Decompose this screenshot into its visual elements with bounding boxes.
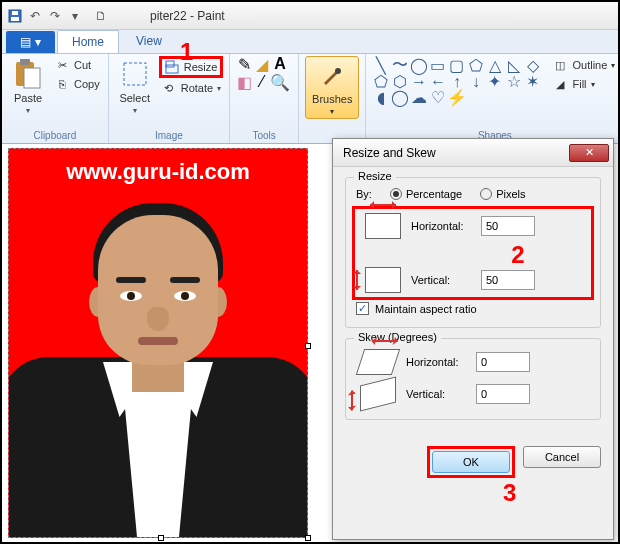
undo-icon[interactable]: ↶ — [26, 7, 44, 25]
shape-star6-icon[interactable]: ✶ — [524, 74, 541, 89]
canvas[interactable]: www.guru-id.com — [8, 148, 308, 538]
resize-legend: Resize — [354, 170, 396, 182]
shape-curve-icon[interactable]: 〜 — [391, 58, 408, 73]
shape-line-icon[interactable]: ╲ — [372, 58, 389, 73]
zoom-icon[interactable]: 🔍 — [272, 74, 288, 90]
copy-label: Copy — [74, 78, 100, 90]
svg-point-9 — [335, 68, 341, 74]
fill-icon[interactable]: ◢ — [254, 56, 270, 72]
shape-lightning-icon[interactable]: ⚡ — [448, 90, 465, 105]
skew-fieldset: Skew (Degrees) Horizontal: Vertical: — [345, 338, 601, 420]
outline-icon: ◫ — [552, 57, 568, 73]
outline-label: Outline — [572, 59, 607, 71]
radio-icon — [480, 188, 492, 200]
ok-button[interactable]: OK — [432, 451, 510, 473]
tab-home[interactable]: Home — [57, 30, 119, 53]
qat-dropdown-icon[interactable]: ▾ — [66, 7, 84, 25]
shape-callout-oval-icon[interactable]: ◯ — [391, 90, 408, 105]
shape-arrowl-icon[interactable]: ← — [429, 74, 446, 89]
chevron-down-icon: ▾ — [330, 107, 334, 116]
resize-skew-dialog: Resize and Skew ✕ Resize By: Percentage … — [332, 138, 614, 540]
selection-handle-right[interactable] — [305, 343, 311, 349]
selection-handle-corner[interactable] — [305, 535, 311, 541]
resize-horizontal-input[interactable] — [481, 216, 535, 236]
by-label: By: — [356, 188, 372, 200]
save-icon[interactable] — [6, 7, 24, 25]
skew-horizontal-input[interactable] — [476, 352, 530, 372]
pencil-icon[interactable]: ✎ — [236, 56, 252, 72]
redo-icon[interactable]: ↷ — [46, 7, 64, 25]
shape-hexagon-icon[interactable]: ⬡ — [391, 74, 408, 89]
shape-star4-icon[interactable]: ✦ — [486, 74, 503, 89]
brush-icon — [316, 59, 348, 91]
annotation-2-box: Horizontal: 2 Vertical: — [352, 206, 594, 300]
shape-rtriangle-icon[interactable]: ◺ — [505, 58, 522, 73]
shape-triangle-icon[interactable]: △ — [486, 58, 503, 73]
svg-rect-4 — [20, 59, 30, 65]
ribbon: Paste ▾ ✂Cut ⎘Copy Clipboard Select ▾ Re… — [2, 54, 618, 144]
resize-v-label: Vertical: — [411, 274, 471, 286]
shape-arrowr-icon[interactable]: → — [410, 74, 427, 89]
shape-pentagon-icon[interactable]: ⬠ — [372, 74, 389, 89]
close-icon: ✕ — [585, 146, 594, 159]
copy-button[interactable]: ⎘Copy — [52, 75, 102, 93]
dialog-title: Resize and Skew — [343, 146, 436, 160]
skew-vertical-input[interactable] — [476, 384, 530, 404]
paste-label: Paste — [14, 92, 42, 104]
text-icon[interactable]: A — [272, 56, 288, 72]
shape-callout-cloud-icon[interactable]: ☁ — [410, 90, 427, 105]
paste-button[interactable]: Paste ▾ — [8, 56, 48, 117]
annotation-3-box: OK — [427, 446, 515, 478]
shape-arrowd-icon[interactable]: ↓ — [467, 74, 484, 89]
outline-button[interactable]: ◫Outline▾ — [550, 56, 617, 74]
window-title: piter22 - Paint — [150, 9, 225, 23]
shape-polygon-icon[interactable]: ⬠ — [467, 58, 484, 73]
copy-icon: ⎘ — [54, 76, 70, 92]
chevron-down-icon: ▾ — [133, 106, 137, 115]
shapes-gallery[interactable]: ╲ 〜 ◯ ▭ ▢ ⬠ △ ◺ ◇ ⬠ ⬡ → ← ↑ ↓ ✦ ☆ ✶ ◖ ◯ — [372, 56, 542, 105]
svg-rect-6 — [124, 63, 146, 85]
ribbon-tabs: ▤▾ Home View — [2, 30, 618, 54]
brushes-button[interactable]: Brushes ▾ — [305, 56, 359, 119]
radio-pixels[interactable]: Pixels — [480, 188, 525, 200]
cancel-button[interactable]: Cancel — [523, 446, 601, 468]
shape-rect-icon[interactable]: ▭ — [429, 58, 446, 73]
svg-rect-8 — [166, 61, 174, 67]
fill-button[interactable]: ◢Fill▾ — [550, 75, 617, 93]
horizontal-dim-icon — [365, 213, 401, 239]
shape-arrowu-icon[interactable]: ↑ — [448, 74, 465, 89]
shape-callout-round-icon[interactable]: ◖ — [372, 90, 389, 105]
annotation-3: 3 — [503, 479, 516, 507]
skew-h-label: Horizontal: — [406, 356, 466, 368]
shape-star5-icon[interactable]: ☆ — [505, 74, 522, 89]
percentage-label: Percentage — [406, 188, 462, 200]
shape-diamond-icon[interactable]: ◇ — [524, 58, 541, 73]
shape-heart-icon[interactable]: ♡ — [429, 90, 446, 105]
cut-button[interactable]: ✂Cut — [52, 56, 102, 74]
portrait-image — [9, 197, 307, 537]
shape-oval-icon[interactable]: ◯ — [410, 58, 427, 73]
svg-rect-5 — [24, 68, 40, 88]
cut-icon: ✂ — [54, 57, 70, 73]
maintain-aspect-checkbox[interactable]: ✓ Maintain aspect ratio — [356, 302, 590, 315]
resize-vertical-input[interactable] — [481, 270, 535, 290]
tab-file[interactable]: ▤▾ — [6, 31, 55, 53]
dialog-close-button[interactable]: ✕ — [569, 144, 609, 162]
select-icon — [119, 58, 151, 90]
select-button[interactable]: Select ▾ — [115, 56, 155, 117]
radio-icon — [390, 188, 402, 200]
picker-icon[interactable]: ⁄ — [254, 74, 270, 90]
new-doc-icon[interactable]: 🗋 — [92, 7, 110, 25]
selection-handle-bottom[interactable] — [158, 535, 164, 541]
rotate-icon: ⟲ — [161, 80, 177, 96]
eraser-icon[interactable]: ◧ — [236, 74, 252, 90]
radio-percentage[interactable]: Percentage — [390, 188, 462, 200]
group-tools-label: Tools — [236, 130, 292, 143]
dialog-titlebar[interactable]: Resize and Skew ✕ — [333, 139, 613, 167]
rotate-button[interactable]: ⟲Rotate▾ — [159, 79, 223, 97]
group-clipboard: Paste ▾ ✂Cut ⎘Copy Clipboard — [2, 54, 109, 143]
resize-h-label: Horizontal: — [411, 220, 471, 232]
shape-roundrect-icon[interactable]: ▢ — [448, 58, 465, 73]
rotate-label: Rotate — [181, 82, 213, 94]
tab-view[interactable]: View — [121, 29, 177, 53]
